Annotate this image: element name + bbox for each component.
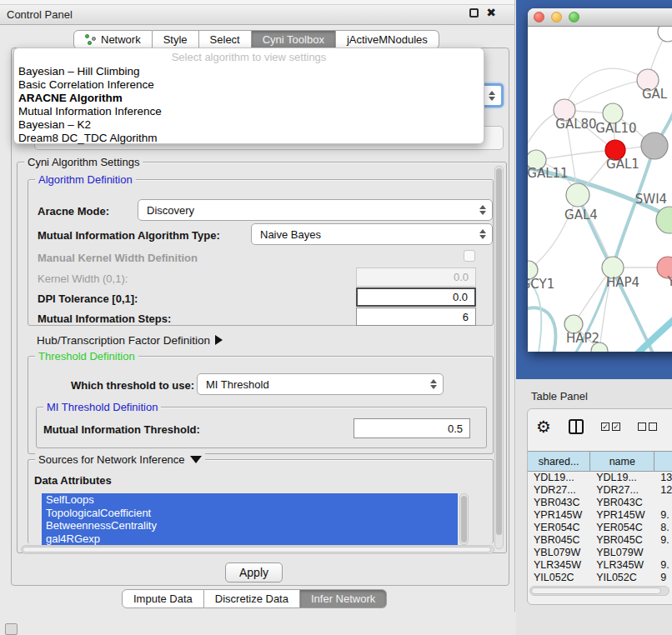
attribute-item[interactable]: gal4RGexp	[42, 532, 458, 546]
attributes-scrollbar[interactable]	[459, 493, 469, 545]
algorithm-option[interactable]: Dream8 DC_TDC Algorithm	[14, 132, 484, 145]
table-row[interactable]: YER054CYER054C8.	[528, 522, 672, 534]
which-threshold-combo[interactable]: MI Threshold	[197, 373, 444, 395]
node-table[interactable]: shared...name YDL19...YDL19...13YDR27...…	[528, 451, 672, 584]
close-icon[interactable]: ✖	[486, 8, 496, 18]
table-panel-surface: ⚙ ✓✓ shared...name YDL19...YDL19...13YDR…	[527, 408, 672, 605]
table-row[interactable]: YDR27...YDR27...12	[528, 484, 672, 497]
sources-title: Sources for Network Inference	[38, 453, 185, 466]
hub-definition-label: Hub/Transcription Factor Definition	[37, 334, 210, 347]
mi-threshold-definition-title: MI Threshold Definition	[43, 401, 161, 413]
tab-infer-network[interactable]: Infer Network	[300, 589, 387, 608]
table-row[interactable]: YIL052CYIL052C9	[528, 572, 672, 584]
tab-label: Discretize Data	[215, 592, 288, 605]
data-attributes-list[interactable]: SelfLoopsTopologicalCoefficientBetweenne…	[42, 493, 458, 545]
sources-title-row[interactable]: Sources for Network Inference	[35, 453, 205, 466]
gear-icon[interactable]: ⚙	[536, 419, 551, 434]
node-label: Y	[666, 274, 672, 289]
node-label: GAL10	[595, 121, 636, 136]
kernel-width-field[interactable]: 0.0	[356, 268, 476, 287]
table-cell: YBR043C	[590, 497, 654, 509]
tab-network[interactable]: Network	[73, 30, 153, 49]
table-row[interactable]: YPR145WYPR145W9.	[528, 509, 672, 522]
mi-threshold-label: Mutual Information Threshold:	[43, 423, 200, 436]
mi-steps-field[interactable]: 6	[356, 308, 476, 326]
table-row[interactable]: YBR043CYBR043C	[528, 497, 672, 509]
table-cell: YBR045C	[528, 534, 590, 547]
which-threshold-value: MI Threshold	[206, 378, 269, 391]
tab-select[interactable]: Select	[199, 30, 252, 49]
algorithm-definition-group: Algorithm Definition Aracne Mode: Discov…	[28, 179, 494, 326]
tab-discretize-data[interactable]: Discretize Data	[204, 589, 300, 608]
table-cell	[654, 547, 672, 559]
algorithm-option[interactable]: Bayesian – K2	[14, 118, 484, 132]
collapsed-panel-icon[interactable]	[5, 623, 18, 635]
tab-jactivemnodules[interactable]: jActiveMNodules	[336, 30, 439, 49]
table-row[interactable]: YBR045CYBR045C9.	[528, 534, 672, 547]
settings-horizontal-scrollbar[interactable]	[21, 545, 494, 554]
columns-icon[interactable]	[569, 419, 584, 434]
dpi-tolerance-field[interactable]: 0.0	[356, 288, 476, 307]
column-header[interactable]	[654, 452, 672, 471]
network-node[interactable]	[658, 27, 672, 42]
node-label: GAL11	[528, 166, 569, 181]
tab-cyni-toolbox[interactable]: Cyni Toolbox	[252, 30, 336, 49]
table-cell: YDL19...	[528, 472, 590, 484]
tab-impute-data[interactable]: Impute Data	[122, 589, 204, 608]
network-canvas[interactable]: GALGAL80GAL10GAL1GAL11GAL4SWI4GCY1HAP4YH…	[528, 27, 672, 352]
cyni-algorithm-settings-title: Cyni Algorithm Settings	[24, 156, 143, 168]
apply-button[interactable]: Apply	[225, 562, 283, 582]
tab-label: Impute Data	[133, 592, 193, 605]
table-cell: YLR345W	[528, 559, 590, 572]
table-cell: 8.	[654, 522, 672, 534]
aracne-mode-combo[interactable]: Discovery	[138, 199, 493, 221]
network-node[interactable]	[641, 132, 668, 159]
algorithm-dropdown-popup: Select algorithm to view settings Bayesi…	[13, 48, 484, 144]
mac-minimize-icon[interactable]	[551, 12, 562, 22]
mi-steps-value: 6	[463, 311, 469, 323]
table-row[interactable]: YLR345WYLR345W9.	[528, 559, 672, 572]
select-all-checks-icon[interactable]: ✓✓	[601, 422, 620, 431]
mi-steps-label: Mutual Information Steps:	[38, 312, 171, 325]
tab-style[interactable]: Style	[153, 30, 199, 49]
table-horizontal-scrollbar[interactable]	[529, 586, 669, 596]
column-header[interactable]: shared...	[528, 452, 590, 471]
deselect-all-checks-icon[interactable]	[638, 422, 657, 431]
mi-threshold-field[interactable]: 0.5	[354, 418, 470, 438]
dpi-tolerance-label: DPI Tolerance [0,1]:	[38, 292, 138, 305]
mi-threshold-definition-group: MI Threshold Definition Mutual Informati…	[36, 407, 487, 448]
attribute-item[interactable]: BetweennessCentrality	[42, 519, 458, 532]
algorithm-option[interactable]: Mutual Information Inference	[14, 105, 484, 118]
table-panel-title: Table Panel	[516, 379, 672, 402]
algorithm-option[interactable]: Basic Correlation Inference	[14, 78, 484, 92]
algorithm-option[interactable]: ARACNE Algorithm	[14, 92, 484, 105]
control-panel: Control Panel ✖ NetworkStyleSelectCyni T…	[0, 0, 515, 612]
algorithm-option[interactable]: Bayesian – Hill Climbing	[14, 65, 484, 78]
mi-type-value: Naive Bayes	[260, 228, 321, 241]
mac-zoom-icon[interactable]	[569, 12, 579, 22]
table-cell: YBR045C	[590, 534, 654, 547]
table-cell: 13	[654, 472, 672, 484]
desktop-background: GALGAL80GAL10GAL1GAL11GAL4SWI4GCY1HAP4YH…	[516, 0, 672, 379]
mi-type-combo[interactable]: Naive Bayes	[251, 223, 493, 245]
table-panel: Table Panel ⚙ ✓✓ shared...name YDL19...Y…	[516, 379, 672, 635]
table-row[interactable]: YDL19...YDL19...13	[528, 472, 672, 484]
control-panel-titlebar: Control Panel ✖	[0, 5, 514, 25]
hub-definition-expander[interactable]: Hub/Transcription Factor Definition	[37, 334, 223, 347]
table-cell: 9.	[654, 534, 672, 547]
network-node-gal4[interactable]	[566, 183, 589, 207]
table-cell: 9	[654, 572, 672, 584]
tab-label: Style	[163, 33, 188, 46]
data-attributes-label: Data Attributes	[34, 474, 112, 487]
table-cell: YER054C	[528, 522, 590, 534]
table-row[interactable]: YBL079WYBL079W	[528, 547, 672, 559]
column-header[interactable]: name	[590, 452, 654, 471]
mac-close-icon[interactable]	[534, 12, 544, 22]
attribute-item[interactable]: TopologicalCoefficient	[42, 507, 458, 520]
attribute-item[interactable]: SelfLoops	[42, 493, 458, 507]
manual-kernel-checkbox[interactable]	[464, 250, 475, 262]
float-window-icon[interactable]	[469, 8, 479, 18]
kernel-width-value: 0.0	[454, 271, 469, 283]
table-header-row[interactable]: shared...name	[528, 451, 672, 472]
settings-vertical-scrollbar[interactable]	[494, 166, 504, 549]
